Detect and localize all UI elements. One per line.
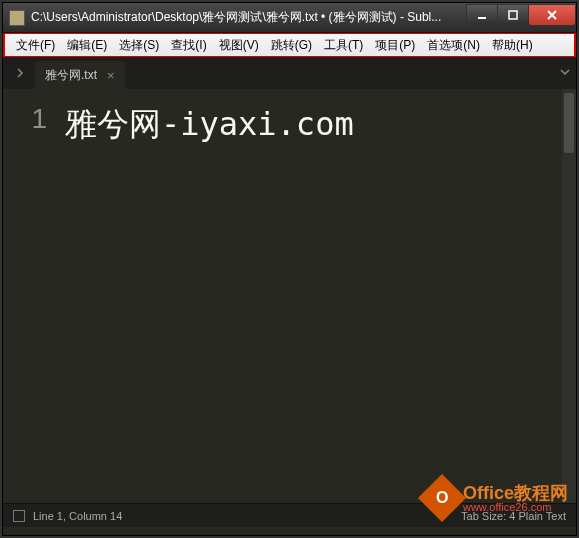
tab-file[interactable]: 雅兮网.txt × — [35, 61, 125, 89]
tab-overflow-icon[interactable] — [560, 63, 570, 81]
menu-help[interactable]: 帮助(H) — [486, 35, 539, 56]
scrollbar-thumb[interactable] — [564, 93, 574, 153]
menu-file[interactable]: 文件(F) — [10, 35, 61, 56]
code-content[interactable]: 雅兮网-iyaxi.com — [59, 89, 576, 503]
status-icon[interactable] — [13, 510, 25, 522]
sidebar-toggle-icon[interactable] — [9, 57, 31, 89]
titlebar: C:\Users\Administrator\Desktop\雅兮网测试\雅兮网… — [3, 3, 576, 33]
svg-rect-1 — [509, 11, 517, 19]
vertical-scrollbar[interactable] — [562, 89, 576, 503]
window-title: C:\Users\Administrator\Desktop\雅兮网测试\雅兮网… — [31, 9, 467, 26]
tabbar: 雅兮网.txt × — [3, 57, 576, 89]
menu-tools[interactable]: 工具(T) — [318, 35, 369, 56]
minimize-button[interactable] — [466, 4, 498, 26]
menubar: 文件(F) 编辑(E) 选择(S) 查找(I) 视图(V) 跳转(G) 工具(T… — [3, 33, 576, 57]
menu-edit[interactable]: 编辑(E) — [61, 35, 113, 56]
menu-project[interactable]: 项目(P) — [369, 35, 421, 56]
close-button[interactable] — [528, 4, 576, 26]
menu-goto[interactable]: 跳转(G) — [265, 35, 318, 56]
menu-select[interactable]: 选择(S) — [113, 35, 165, 56]
menu-find[interactable]: 查找(I) — [165, 35, 212, 56]
tab-label: 雅兮网.txt — [45, 67, 97, 84]
statusbar: Line 1, Column 14 Tab Size: 4 Plain Text — [3, 503, 576, 527]
cursor-position: Line 1, Column 14 — [33, 510, 122, 522]
editor-area[interactable]: 1 雅兮网-iyaxi.com — [3, 89, 576, 503]
app-icon — [9, 10, 25, 26]
maximize-button[interactable] — [497, 4, 529, 26]
menu-view[interactable]: 视图(V) — [213, 35, 265, 56]
menu-preferences[interactable]: 首选项(N) — [421, 35, 486, 56]
tab-close-icon[interactable]: × — [107, 68, 115, 83]
line-number: 1 — [3, 103, 47, 135]
line-gutter: 1 — [3, 89, 59, 503]
status-right: Tab Size: 4 Plain Text — [461, 510, 566, 522]
